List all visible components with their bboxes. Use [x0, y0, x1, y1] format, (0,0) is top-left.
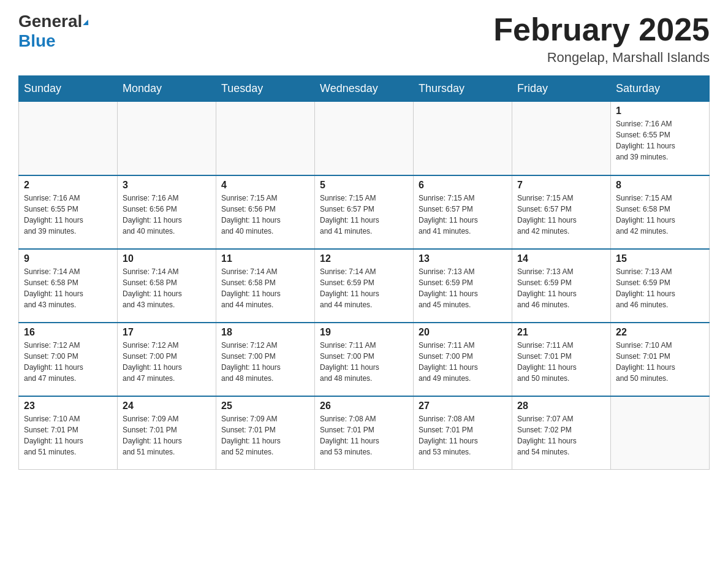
day-info: Sunrise: 7:12 AMSunset: 7:00 PMDaylight:…	[24, 340, 112, 384]
month-title: February 2025	[493, 12, 710, 47]
calendar-cell: 10Sunrise: 7:14 AMSunset: 6:58 PMDayligh…	[118, 249, 216, 323]
logo: General Blue	[18, 12, 89, 51]
day-info: Sunrise: 7:14 AMSunset: 6:59 PMDaylight:…	[320, 266, 408, 310]
calendar-cell: 9Sunrise: 7:14 AMSunset: 6:58 PMDaylight…	[19, 249, 118, 323]
weekday-header-saturday: Saturday	[611, 76, 710, 102]
calendar-cell: 20Sunrise: 7:11 AMSunset: 7:00 PMDayligh…	[414, 323, 512, 396]
weekday-header-sunday: Sunday	[19, 76, 118, 102]
day-number: 20	[419, 327, 507, 338]
day-info: Sunrise: 7:08 AMSunset: 7:01 PMDaylight:…	[320, 413, 408, 458]
calendar-cell: 26Sunrise: 7:08 AMSunset: 7:01 PMDayligh…	[315, 396, 414, 470]
day-info: Sunrise: 7:16 AMSunset: 6:55 PMDaylight:…	[24, 193, 112, 237]
day-number: 17	[123, 327, 211, 338]
day-number: 27	[419, 400, 507, 412]
weekday-header-tuesday: Tuesday	[216, 76, 315, 102]
day-number: 12	[320, 253, 408, 264]
calendar-table: SundayMondayTuesdayWednesdayThursdayFrid…	[18, 75, 710, 470]
day-info: Sunrise: 7:13 AMSunset: 6:59 PMDaylight:…	[616, 266, 704, 310]
day-info: Sunrise: 7:11 AMSunset: 7:00 PMDaylight:…	[320, 340, 408, 384]
calendar-cell: 4Sunrise: 7:15 AMSunset: 6:56 PMDaylight…	[216, 175, 315, 249]
day-info: Sunrise: 7:09 AMSunset: 7:01 PMDaylight:…	[123, 413, 211, 458]
day-info: Sunrise: 7:16 AMSunset: 6:56 PMDaylight:…	[123, 193, 211, 237]
calendar-cell	[118, 102, 216, 175]
day-number: 6	[419, 180, 507, 191]
day-number: 9	[24, 253, 112, 264]
day-info: Sunrise: 7:13 AMSunset: 6:59 PMDaylight:…	[517, 266, 605, 310]
day-info: Sunrise: 7:13 AMSunset: 6:59 PMDaylight:…	[419, 266, 507, 310]
day-number: 23	[24, 400, 112, 412]
calendar-week-row: 1Sunrise: 7:16 AMSunset: 6:55 PMDaylight…	[19, 102, 710, 175]
day-info: Sunrise: 7:11 AMSunset: 7:00 PMDaylight:…	[419, 340, 507, 384]
day-info: Sunrise: 7:12 AMSunset: 7:00 PMDaylight:…	[221, 340, 309, 384]
day-info: Sunrise: 7:15 AMSunset: 6:56 PMDaylight:…	[221, 193, 309, 237]
calendar-cell: 24Sunrise: 7:09 AMSunset: 7:01 PMDayligh…	[118, 396, 216, 470]
calendar-cell: 7Sunrise: 7:15 AMSunset: 6:57 PMDaylight…	[512, 175, 611, 249]
day-number: 15	[616, 253, 704, 264]
day-info: Sunrise: 7:08 AMSunset: 7:01 PMDaylight:…	[419, 413, 507, 458]
day-info: Sunrise: 7:14 AMSunset: 6:58 PMDaylight:…	[123, 266, 211, 310]
day-info: Sunrise: 7:14 AMSunset: 6:58 PMDaylight:…	[24, 266, 112, 310]
day-number: 10	[123, 253, 211, 264]
calendar-title-area: February 2025 Rongelap, Marshall Islands	[493, 12, 710, 66]
calendar-cell: 8Sunrise: 7:15 AMSunset: 6:58 PMDaylight…	[611, 175, 710, 249]
weekday-header-thursday: Thursday	[414, 76, 512, 102]
weekday-header-friday: Friday	[512, 76, 611, 102]
calendar-cell: 5Sunrise: 7:15 AMSunset: 6:57 PMDaylight…	[315, 175, 414, 249]
calendar-week-row: 23Sunrise: 7:10 AMSunset: 7:01 PMDayligh…	[19, 396, 710, 470]
day-number: 19	[320, 327, 408, 338]
day-number: 8	[616, 180, 704, 191]
calendar-cell	[414, 102, 512, 175]
weekday-header-monday: Monday	[118, 76, 216, 102]
day-number: 1	[616, 105, 704, 117]
day-number: 21	[517, 327, 605, 338]
calendar-cell: 27Sunrise: 7:08 AMSunset: 7:01 PMDayligh…	[414, 396, 512, 470]
calendar-week-row: 2Sunrise: 7:16 AMSunset: 6:55 PMDaylight…	[19, 175, 710, 249]
logo-blue-text: Blue	[18, 31, 56, 51]
calendar-cell	[216, 102, 315, 175]
day-number: 16	[24, 327, 112, 338]
day-info: Sunrise: 7:12 AMSunset: 7:00 PMDaylight:…	[123, 340, 211, 384]
calendar-cell: 2Sunrise: 7:16 AMSunset: 6:55 PMDaylight…	[19, 175, 118, 249]
calendar-cell: 22Sunrise: 7:10 AMSunset: 7:01 PMDayligh…	[611, 323, 710, 396]
weekday-header-row: SundayMondayTuesdayWednesdayThursdayFrid…	[19, 76, 710, 102]
calendar-cell: 21Sunrise: 7:11 AMSunset: 7:01 PMDayligh…	[512, 323, 611, 396]
day-number: 13	[419, 253, 507, 264]
day-number: 14	[517, 253, 605, 264]
calendar-cell: 19Sunrise: 7:11 AMSunset: 7:00 PMDayligh…	[315, 323, 414, 396]
day-number: 2	[24, 180, 112, 191]
day-info: Sunrise: 7:15 AMSunset: 6:58 PMDaylight:…	[616, 193, 704, 237]
day-number: 7	[517, 180, 605, 191]
day-info: Sunrise: 7:15 AMSunset: 6:57 PMDaylight:…	[419, 193, 507, 237]
day-info: Sunrise: 7:14 AMSunset: 6:58 PMDaylight:…	[221, 266, 309, 310]
calendar-cell: 3Sunrise: 7:16 AMSunset: 6:56 PMDaylight…	[118, 175, 216, 249]
day-info: Sunrise: 7:15 AMSunset: 6:57 PMDaylight:…	[517, 193, 605, 237]
day-info: Sunrise: 7:11 AMSunset: 7:01 PMDaylight:…	[517, 340, 605, 384]
calendar-cell: 1Sunrise: 7:16 AMSunset: 6:55 PMDaylight…	[611, 102, 710, 175]
day-info: Sunrise: 7:15 AMSunset: 6:57 PMDaylight:…	[320, 193, 408, 237]
calendar-cell: 12Sunrise: 7:14 AMSunset: 6:59 PMDayligh…	[315, 249, 414, 323]
calendar-cell	[611, 396, 710, 470]
calendar-week-row: 9Sunrise: 7:14 AMSunset: 6:58 PMDaylight…	[19, 249, 710, 323]
day-number: 5	[320, 180, 408, 191]
calendar-cell: 25Sunrise: 7:09 AMSunset: 7:01 PMDayligh…	[216, 396, 315, 470]
calendar-cell: 15Sunrise: 7:13 AMSunset: 6:59 PMDayligh…	[611, 249, 710, 323]
day-number: 11	[221, 253, 309, 264]
calendar-cell	[19, 102, 118, 175]
location-title: Rongelap, Marshall Islands	[493, 50, 710, 66]
calendar-cell: 18Sunrise: 7:12 AMSunset: 7:00 PMDayligh…	[216, 323, 315, 396]
day-info: Sunrise: 7:09 AMSunset: 7:01 PMDaylight:…	[221, 413, 309, 458]
day-info: Sunrise: 7:07 AMSunset: 7:02 PMDaylight:…	[517, 413, 605, 458]
calendar-cell	[315, 102, 414, 175]
calendar-cell: 11Sunrise: 7:14 AMSunset: 6:58 PMDayligh…	[216, 249, 315, 323]
day-info: Sunrise: 7:10 AMSunset: 7:01 PMDaylight:…	[616, 340, 704, 384]
day-number: 25	[221, 400, 309, 412]
day-number: 28	[517, 400, 605, 412]
logo-general-text: General	[18, 12, 89, 31]
calendar-cell	[512, 102, 611, 175]
calendar-cell: 23Sunrise: 7:10 AMSunset: 7:01 PMDayligh…	[19, 396, 118, 470]
calendar-cell: 14Sunrise: 7:13 AMSunset: 6:59 PMDayligh…	[512, 249, 611, 323]
day-info: Sunrise: 7:10 AMSunset: 7:01 PMDaylight:…	[24, 413, 112, 458]
day-number: 26	[320, 400, 408, 412]
day-number: 3	[123, 180, 211, 191]
calendar-cell: 13Sunrise: 7:13 AMSunset: 6:59 PMDayligh…	[414, 249, 512, 323]
